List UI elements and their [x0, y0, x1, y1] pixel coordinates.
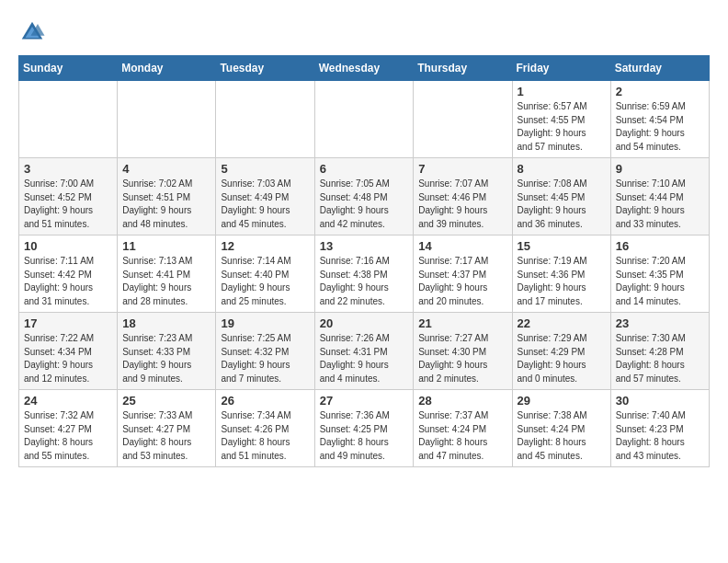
- day-number: 19: [221, 316, 309, 330]
- calendar-empty-cell: [314, 81, 414, 158]
- day-number: 11: [122, 239, 210, 253]
- day-info: Sunrise: 7:10 AM Sunset: 4:44 PM Dayligh…: [616, 178, 704, 231]
- day-number: 8: [518, 162, 606, 176]
- calendar-day-8: 8Sunrise: 7:08 AM Sunset: 4:45 PM Daylig…: [512, 158, 610, 236]
- calendar-day-3: 3Sunrise: 7:00 AM Sunset: 4:52 PM Daylig…: [19, 158, 118, 236]
- calendar-day-2: 2Sunrise: 6:59 AM Sunset: 4:54 PM Daylig…: [610, 81, 709, 158]
- column-header-friday: Friday: [512, 56, 610, 81]
- calendar-day-5: 5Sunrise: 7:03 AM Sunset: 4:49 PM Daylig…: [216, 158, 314, 236]
- day-number: 7: [418, 162, 506, 176]
- calendar-day-12: 12Sunrise: 7:14 AM Sunset: 4:40 PM Dayli…: [216, 236, 314, 313]
- calendar-day-11: 11Sunrise: 7:13 AM Sunset: 4:41 PM Dayli…: [118, 236, 216, 313]
- day-info: Sunrise: 7:40 AM Sunset: 4:23 PM Dayligh…: [616, 409, 704, 463]
- column-header-wednesday: Wednesday: [314, 56, 414, 81]
- day-info: Sunrise: 7:22 AM Sunset: 4:34 PM Dayligh…: [24, 332, 112, 385]
- calendar-day-9: 9Sunrise: 7:10 AM Sunset: 4:44 PM Daylig…: [610, 158, 709, 236]
- day-info: Sunrise: 7:32 AM Sunset: 4:27 PM Dayligh…: [24, 409, 112, 463]
- day-number: 20: [320, 316, 409, 330]
- day-info: Sunrise: 7:11 AM Sunset: 4:42 PM Dayligh…: [24, 255, 112, 308]
- day-number: 29: [518, 394, 606, 408]
- calendar-day-7: 7Sunrise: 7:07 AM Sunset: 4:46 PM Daylig…: [414, 158, 512, 236]
- column-header-tuesday: Tuesday: [216, 56, 314, 81]
- calendar-day-15: 15Sunrise: 7:19 AM Sunset: 4:36 PM Dayli…: [512, 236, 610, 313]
- day-info: Sunrise: 7:27 AM Sunset: 4:30 PM Dayligh…: [418, 332, 506, 385]
- day-info: Sunrise: 7:37 AM Sunset: 4:24 PM Dayligh…: [418, 409, 506, 463]
- calendar-day-6: 6Sunrise: 7:05 AM Sunset: 4:48 PM Daylig…: [314, 158, 414, 236]
- day-number: 9: [616, 162, 704, 176]
- calendar-day-19: 19Sunrise: 7:25 AM Sunset: 4:32 PM Dayli…: [216, 313, 314, 390]
- calendar-table: SundayMondayTuesdayWednesdayThursdayFrid…: [18, 55, 710, 467]
- day-info: Sunrise: 7:36 AM Sunset: 4:25 PM Dayligh…: [320, 409, 409, 463]
- calendar-day-24: 24Sunrise: 7:32 AM Sunset: 4:27 PM Dayli…: [19, 390, 118, 467]
- day-info: Sunrise: 7:16 AM Sunset: 4:38 PM Dayligh…: [320, 255, 409, 308]
- day-number: 6: [320, 162, 409, 176]
- logo-icon: [18, 18, 46, 46]
- day-info: Sunrise: 7:33 AM Sunset: 4:27 PM Dayligh…: [122, 409, 210, 463]
- calendar-empty-cell: [118, 81, 216, 158]
- calendar-day-27: 27Sunrise: 7:36 AM Sunset: 4:25 PM Dayli…: [314, 390, 414, 467]
- day-info: Sunrise: 6:57 AM Sunset: 4:55 PM Dayligh…: [518, 100, 606, 154]
- calendar-week-row: 3Sunrise: 7:00 AM Sunset: 4:52 PM Daylig…: [19, 158, 710, 236]
- day-info: Sunrise: 6:59 AM Sunset: 4:54 PM Dayligh…: [616, 100, 704, 154]
- day-info: Sunrise: 7:34 AM Sunset: 4:26 PM Dayligh…: [221, 409, 309, 463]
- calendar-day-13: 13Sunrise: 7:16 AM Sunset: 4:38 PM Dayli…: [314, 236, 414, 313]
- day-number: 5: [221, 162, 309, 176]
- day-number: 2: [616, 85, 704, 98]
- day-info: Sunrise: 7:23 AM Sunset: 4:33 PM Dayligh…: [122, 332, 210, 385]
- day-info: Sunrise: 7:17 AM Sunset: 4:37 PM Dayligh…: [418, 255, 506, 308]
- calendar-week-row: 17Sunrise: 7:22 AM Sunset: 4:34 PM Dayli…: [19, 313, 710, 390]
- day-number: 22: [518, 316, 606, 330]
- day-number: 1: [518, 85, 606, 98]
- calendar-day-20: 20Sunrise: 7:26 AM Sunset: 4:31 PM Dayli…: [314, 313, 414, 390]
- calendar-week-row: 24Sunrise: 7:32 AM Sunset: 4:27 PM Dayli…: [19, 390, 710, 467]
- day-info: Sunrise: 7:07 AM Sunset: 4:46 PM Dayligh…: [418, 178, 506, 231]
- day-number: 16: [616, 239, 704, 253]
- day-number: 10: [24, 239, 112, 253]
- calendar-day-29: 29Sunrise: 7:38 AM Sunset: 4:24 PM Dayli…: [512, 390, 610, 467]
- day-info: Sunrise: 7:25 AM Sunset: 4:32 PM Dayligh…: [221, 332, 309, 385]
- calendar-day-18: 18Sunrise: 7:23 AM Sunset: 4:33 PM Dayli…: [118, 313, 216, 390]
- calendar-day-25: 25Sunrise: 7:33 AM Sunset: 4:27 PM Dayli…: [118, 390, 216, 467]
- logo: [18, 18, 50, 46]
- day-number: 27: [320, 394, 409, 408]
- calendar-day-21: 21Sunrise: 7:27 AM Sunset: 4:30 PM Dayli…: [414, 313, 512, 390]
- calendar-day-28: 28Sunrise: 7:37 AM Sunset: 4:24 PM Dayli…: [414, 390, 512, 467]
- calendar-empty-cell: [19, 81, 118, 158]
- calendar-week-row: 10Sunrise: 7:11 AM Sunset: 4:42 PM Dayli…: [19, 236, 710, 313]
- day-number: 21: [418, 316, 506, 330]
- day-info: Sunrise: 7:05 AM Sunset: 4:48 PM Dayligh…: [320, 178, 409, 231]
- calendar-day-14: 14Sunrise: 7:17 AM Sunset: 4:37 PM Dayli…: [414, 236, 512, 313]
- column-header-saturday: Saturday: [610, 56, 709, 81]
- day-number: 25: [122, 394, 210, 408]
- day-info: Sunrise: 7:13 AM Sunset: 4:41 PM Dayligh…: [122, 255, 210, 308]
- calendar-day-23: 23Sunrise: 7:30 AM Sunset: 4:28 PM Dayli…: [610, 313, 709, 390]
- column-header-sunday: Sunday: [19, 56, 118, 81]
- day-number: 23: [616, 316, 704, 330]
- day-info: Sunrise: 7:14 AM Sunset: 4:40 PM Dayligh…: [221, 255, 309, 308]
- day-number: 26: [221, 394, 309, 408]
- calendar-empty-cell: [216, 81, 314, 158]
- day-info: Sunrise: 7:08 AM Sunset: 4:45 PM Dayligh…: [518, 178, 606, 231]
- day-number: 14: [418, 239, 506, 253]
- day-info: Sunrise: 7:30 AM Sunset: 4:28 PM Dayligh…: [616, 332, 704, 385]
- page: SundayMondayTuesdayWednesdayThursdayFrid…: [0, 0, 728, 477]
- calendar-day-4: 4Sunrise: 7:02 AM Sunset: 4:51 PM Daylig…: [118, 158, 216, 236]
- day-number: 18: [122, 316, 210, 330]
- day-number: 13: [320, 239, 409, 253]
- calendar-day-26: 26Sunrise: 7:34 AM Sunset: 4:26 PM Dayli…: [216, 390, 314, 467]
- calendar-day-22: 22Sunrise: 7:29 AM Sunset: 4:29 PM Dayli…: [512, 313, 610, 390]
- column-header-thursday: Thursday: [414, 56, 512, 81]
- day-number: 15: [518, 239, 606, 253]
- header: [18, 18, 710, 46]
- day-number: 3: [24, 162, 112, 176]
- day-number: 24: [24, 394, 112, 408]
- day-number: 17: [24, 316, 112, 330]
- calendar-week-row: 1Sunrise: 6:57 AM Sunset: 4:55 PM Daylig…: [19, 81, 710, 158]
- column-header-monday: Monday: [118, 56, 216, 81]
- day-info: Sunrise: 7:00 AM Sunset: 4:52 PM Dayligh…: [24, 178, 112, 231]
- calendar-day-10: 10Sunrise: 7:11 AM Sunset: 4:42 PM Dayli…: [19, 236, 118, 313]
- calendar-day-16: 16Sunrise: 7:20 AM Sunset: 4:35 PM Dayli…: [610, 236, 709, 313]
- day-info: Sunrise: 7:29 AM Sunset: 4:29 PM Dayligh…: [518, 332, 606, 385]
- calendar-day-30: 30Sunrise: 7:40 AM Sunset: 4:23 PM Dayli…: [610, 390, 709, 467]
- day-info: Sunrise: 7:38 AM Sunset: 4:24 PM Dayligh…: [518, 409, 606, 463]
